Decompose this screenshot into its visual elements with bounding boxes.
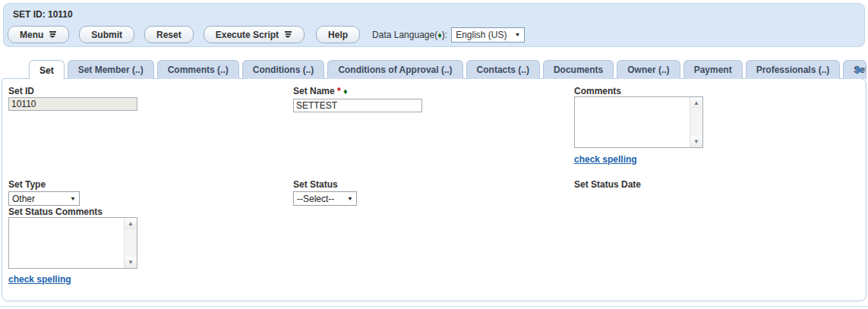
set-type-select[interactable]: Other ▼: [8, 191, 80, 206]
tab-scroll-right-icon[interactable]: ▶: [856, 64, 864, 74]
submit-button[interactable]: Submit: [79, 26, 134, 43]
menu-button[interactable]: Menu: [8, 26, 69, 43]
data-language-select[interactable]: English (US) ▼: [451, 27, 525, 43]
scroll-up-icon[interactable]: ▲: [125, 218, 137, 229]
set-status-comments-label: Set Status Comments: [8, 207, 103, 217]
set-status-label: Set Status: [293, 179, 338, 190]
set-name-label: Set Name * ♦: [293, 86, 348, 96]
tab-documents[interactable]: Documents: [543, 60, 614, 79]
tab-professionals[interactable]: Professionals (..): [746, 60, 841, 79]
tab-strip: Set Set Member (..) Comments (..) Condit…: [2, 59, 866, 79]
help-button-label: Help: [328, 30, 348, 40]
tab-set[interactable]: Set: [29, 60, 65, 79]
menu-button-label: Menu: [20, 30, 43, 40]
comments-label: Comments: [574, 86, 621, 96]
set-status-date-label: Set Status Date: [574, 179, 641, 190]
set-type-label: Set Type: [8, 179, 46, 190]
set-id-field[interactable]: [8, 97, 137, 111]
set-status-value: --Select--: [297, 194, 334, 204]
set-status-comments-textarea[interactable]: ▲ ▼: [8, 217, 137, 269]
scroll-down-icon[interactable]: ▼: [690, 136, 702, 147]
tab-conditions-of-approval[interactable]: Conditions of Approval (..): [327, 60, 462, 79]
toolbar: Menu Submit Reset Execute Script Help Da…: [8, 26, 525, 43]
comments-check-spelling-link[interactable]: check spelling: [574, 154, 637, 165]
scrollbar[interactable]: ▲ ▼: [690, 97, 702, 147]
diamond-icon: ♦: [343, 87, 348, 96]
dropdown-menu-icon: [284, 31, 292, 38]
set-name-field[interactable]: [293, 99, 422, 112]
set-status-select[interactable]: --Select-- ▼: [293, 191, 357, 206]
required-asterisk-icon: *: [337, 86, 341, 96]
page-title: SET ID: 10110: [13, 9, 73, 20]
reset-button-label: Reset: [156, 30, 181, 40]
chevron-down-icon: ▼: [70, 196, 76, 202]
set-status-comments-check-spelling-link[interactable]: check spelling: [8, 274, 71, 285]
window-bottom-edge: [0, 306, 868, 307]
set-type-value: Other: [12, 194, 35, 204]
header-panel: SET ID: 10110 Menu Submit Reset Execute …: [3, 3, 865, 47]
scroll-up-icon[interactable]: ▲: [690, 97, 702, 109]
dropdown-menu-icon: [49, 31, 57, 38]
scroll-down-icon[interactable]: ▼: [125, 257, 137, 268]
tab-set-member[interactable]: Set Member (..): [68, 60, 154, 79]
tab-contacts[interactable]: Contacts (..): [466, 60, 540, 79]
data-language-group: Data Language(♦): English (US) ▼: [372, 27, 525, 43]
execute-script-button[interactable]: Execute Script: [204, 26, 305, 43]
tab-conditions[interactable]: Conditions (..): [242, 60, 325, 79]
help-button[interactable]: Help: [316, 26, 360, 43]
chevron-down-icon: ▼: [347, 196, 353, 202]
tab-owner[interactable]: Owner (..): [617, 60, 680, 79]
tab-payment[interactable]: Payment: [683, 60, 743, 79]
set-id-label: Set ID: [8, 86, 34, 96]
tab-comments[interactable]: Comments (..): [157, 60, 239, 79]
data-language-value: English (US): [456, 30, 507, 40]
submit-button-label: Submit: [91, 30, 122, 40]
execute-script-button-label: Execute Script: [216, 30, 279, 40]
comments-textarea[interactable]: ▲ ▼: [574, 96, 703, 148]
data-language-label: Data Language(♦):: [372, 30, 447, 40]
scrollbar[interactable]: ▲ ▼: [124, 218, 137, 268]
content-panel: Set ID Set Name * ♦ Comments ▲ ▼ check s…: [2, 78, 866, 301]
reset-button[interactable]: Reset: [144, 26, 194, 43]
chevron-down-icon: ▼: [515, 32, 521, 38]
